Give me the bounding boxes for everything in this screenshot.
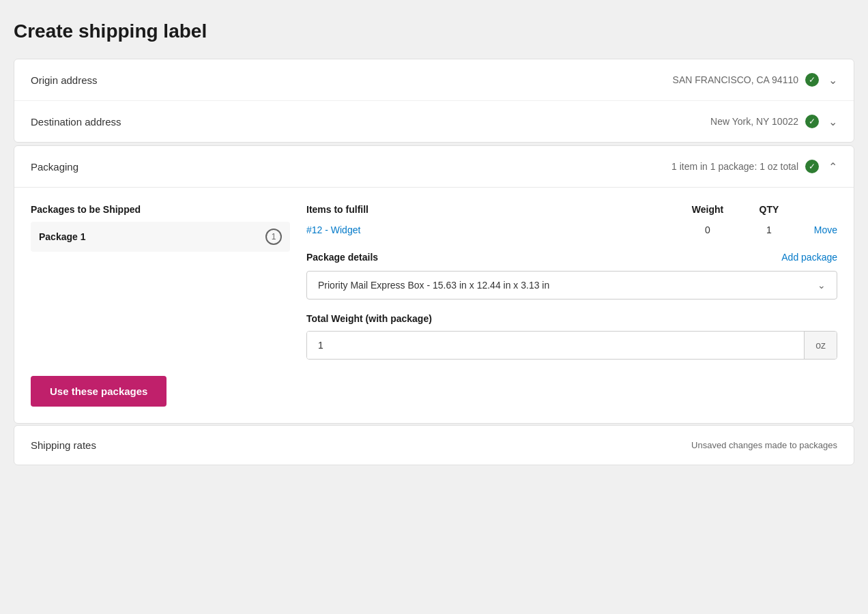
package-type-select[interactable]: Priority Mail Express Box - 15.63 in x 1…: [306, 271, 837, 299]
move-link[interactable]: Move: [796, 224, 837, 235]
add-package-link[interactable]: Add package: [781, 252, 837, 263]
destination-chevron-icon[interactable]: ⌄: [828, 115, 837, 128]
packages-col-header: Packages to be Shipped: [31, 204, 290, 222]
origin-check-icon: ✓: [805, 73, 819, 87]
destination-address-status: New York, NY 10022: [710, 116, 798, 127]
items-col: Items to fulfill Weight QTY #12 - Widget…: [290, 204, 837, 360]
package-details-header: Package details Add package: [306, 252, 837, 263]
item-link[interactable]: #12 - Widget: [306, 224, 674, 235]
qty-header: QTY: [742, 204, 796, 215]
destination-address-right: New York, NY 10022 ✓ ⌄: [710, 115, 837, 128]
destination-address-row[interactable]: Destination address New York, NY 10022 ✓…: [14, 101, 854, 142]
package-type-value: Priority Mail Express Box - 15.63 in x 1…: [318, 280, 549, 291]
origin-address-label: Origin address: [31, 74, 98, 86]
select-chevron-icon: ⌄: [818, 280, 826, 291]
origin-chevron-icon[interactable]: ⌄: [828, 74, 837, 87]
packaging-label: Packaging: [31, 161, 78, 173]
packaging-header[interactable]: Packaging 1 item in 1 package: 1 oz tota…: [14, 146, 854, 188]
item-row: #12 - Widget 0 1 Move: [306, 222, 837, 246]
weight-unit-label: oz: [804, 332, 837, 359]
package-details-section: Package details Add package Priority Mai…: [306, 252, 837, 360]
package-details-label: Package details: [306, 252, 378, 263]
packages-grid: Packages to be Shipped Package 1 1 Items…: [31, 204, 837, 360]
package1-row: Package 1 1: [31, 222, 290, 252]
shipping-rates-label: Shipping rates: [31, 439, 96, 451]
origin-address-status: SAN FRANCISCO, CA 94110: [673, 74, 798, 85]
packaging-summary: 1 item in 1 package: 1 oz total: [671, 161, 798, 172]
use-packages-button[interactable]: Use these packages: [31, 376, 167, 407]
origin-address-right: SAN FRANCISCO, CA 94110 ✓ ⌄: [673, 73, 837, 87]
total-weight-input[interactable]: [307, 332, 804, 359]
page-title: Create shipping label: [14, 14, 854, 42]
packaging-body: Packages to be Shipped Package 1 1 Items…: [14, 188, 854, 423]
shipping-rates-status: Unsaved changes made to packages: [691, 440, 837, 450]
package1-name: Package 1: [39, 231, 260, 242]
packaging-chevron-icon[interactable]: ⌃: [828, 160, 837, 173]
item-weight-value: 0: [674, 224, 742, 235]
shipping-rates-card[interactable]: Shipping rates Unsaved changes made to p…: [14, 425, 854, 465]
items-header-row: Items to fulfill Weight QTY: [306, 204, 837, 222]
package1-badge: 1: [265, 229, 282, 245]
items-header-label: Items to fulfill: [306, 204, 674, 215]
origin-address-row[interactable]: Origin address SAN FRANCISCO, CA 94110 ✓…: [14, 59, 854, 101]
packaging-check-icon: ✓: [805, 160, 819, 173]
shipping-rates-header: Shipping rates Unsaved changes made to p…: [14, 426, 854, 465]
weight-header: Weight: [674, 204, 742, 215]
destination-check-icon: ✓: [805, 115, 819, 128]
total-weight-input-row: oz: [306, 331, 837, 360]
packages-col: Packages to be Shipped Package 1 1: [31, 204, 290, 360]
total-weight-label: Total Weight (with package): [306, 313, 837, 324]
destination-address-label: Destination address: [31, 116, 121, 128]
packaging-header-right: 1 item in 1 package: 1 oz total ✓ ⌃: [671, 160, 837, 173]
item-qty-value: 1: [742, 224, 796, 235]
